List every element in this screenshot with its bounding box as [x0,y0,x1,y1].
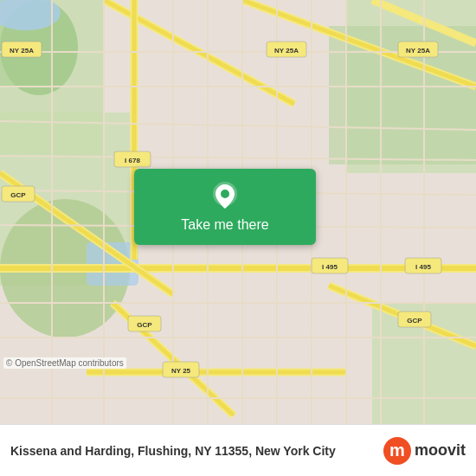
svg-text:NY 25A: NY 25A [406,47,430,55]
svg-text:NY 25A: NY 25A [274,47,299,55]
svg-text:GCP: GCP [10,191,26,199]
location-title: Kissena and Harding, Flushing, NY 11355,… [10,444,383,458]
svg-text:GCP: GCP [137,321,152,329]
take-me-there-button[interactable]: Take me there [134,169,316,245]
moovit-text: moovit [415,441,466,460]
map-attribution: © OpenStreetMap contributors [3,357,126,369]
bottom-bar: Kissena and Harding, Flushing, NY 11355,… [0,424,476,476]
svg-point-68 [221,190,229,198]
location-pin-icon [209,181,241,212]
svg-text:I 495: I 495 [415,263,431,271]
location-info: Kissena and Harding, Flushing, NY 11355,… [10,444,383,458]
take-me-there-label: Take me there [181,217,268,233]
map-container: NY 25A NY 25A NY 25A I 678 GCP GCP GCP I… [0,0,476,424]
svg-text:NY 25A: NY 25A [10,47,34,55]
moovit-logo: m moovit [383,437,466,465]
moovit-m-icon: m [383,437,411,465]
svg-text:I 495: I 495 [322,263,338,271]
svg-text:NY 25: NY 25 [171,367,191,375]
svg-text:GCP: GCP [407,317,422,325]
svg-text:I 678: I 678 [125,157,140,164]
